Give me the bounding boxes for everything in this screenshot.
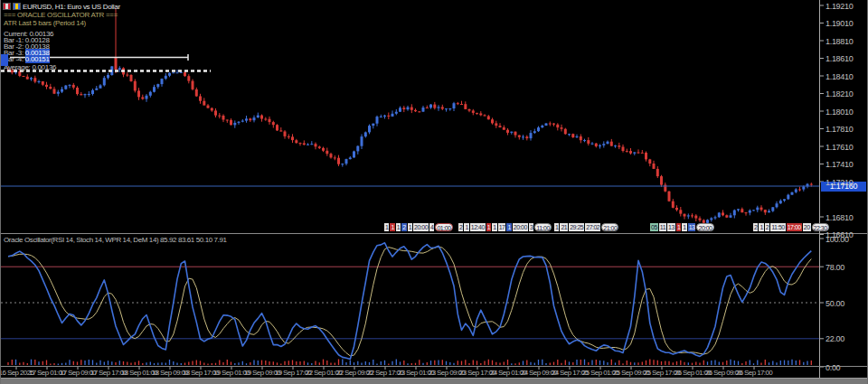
price-axis-label: 1.17410 [826, 160, 853, 169]
oscillator-axis-label: 22.00 [826, 334, 844, 343]
signal-badge-cluster: 21211:5017:002022:30 [753, 223, 829, 231]
signal-badge: 11:00 [534, 223, 552, 231]
signal-badge: 13 [667, 223, 675, 231]
price-axis-label: 1.17810 [826, 125, 853, 134]
indicator-subtitle: ATR Last 5 bars (Period 14) [4, 19, 86, 27]
red-chart-icon [3, 3, 11, 10]
price-axis-label: 1.18810 [826, 37, 853, 46]
atr-average-row: Average: 0.00136 [4, 63, 56, 71]
price-axis-label: 1.17610 [826, 143, 853, 152]
price-axis-label: 1.19010 [826, 19, 853, 28]
signal-badge: 2 [458, 223, 463, 231]
price-axis-label: 1.16810 [826, 213, 853, 222]
signal-badge: 1 [554, 223, 559, 231]
blue-chart-icon [13, 3, 21, 10]
signal-badge-cluster: 051113111320:00 [650, 223, 714, 231]
signal-badge: 1 [408, 223, 412, 231]
signal-badge-cluster: 1112120:00401:00 [384, 223, 453, 231]
price-axis-label: 1.18410 [826, 72, 853, 81]
signal-badge: 1 [676, 223, 681, 231]
signal-badge: 1 [682, 223, 686, 231]
signal-badge: 21:00 [601, 223, 618, 231]
signal-badge: 01:00 [435, 223, 452, 231]
signal-badge: 21 [560, 223, 568, 231]
signal-badge: 20:00 [696, 223, 713, 231]
time-axis[interactable]: 16 Sep 202517 Sep 01:0017 Sep 09:0017 Se… [1, 366, 868, 379]
signal-badge: 29:25 [569, 223, 584, 231]
atr-value-row: Bar -4: 0.00151 [4, 55, 50, 63]
signal-badge: 11 [659, 223, 666, 231]
signal-badge: 22:30 [812, 223, 829, 231]
symbol-title-line: EURUSD, H1: Euro vs US Dollar [3, 2, 120, 11]
signal-badge-cluster: 12129:2527:0221:00 [554, 223, 618, 231]
signal-badge: 17 [498, 223, 506, 231]
price-axis-label: 1.19210 [826, 2, 853, 11]
signal-badge-cluster: 2112:401117120:00311:00 [458, 223, 552, 231]
signal-badge: 17:00 [787, 223, 802, 231]
symbol-title: EURUSD, H1: Euro vs US Dollar [23, 3, 120, 11]
signal-badge: 20:00 [513, 223, 528, 231]
signal-badge: 1 [492, 223, 496, 231]
signal-badge: 12:40 [470, 223, 486, 231]
chart-canvas[interactable] [1, 0, 868, 378]
oscillator-axis-label: 78.00 [826, 263, 844, 272]
signal-badge: 3 [529, 223, 533, 231]
signal-badge: 1 [759, 223, 763, 231]
signal-badge: 2 [401, 223, 406, 231]
signal-badge: 1 [486, 223, 491, 231]
indicator-button[interactable] [1, 54, 8, 66]
time-axis-label: 26 Sep 17:00 [736, 369, 772, 377]
signal-badge: 11:50 [770, 223, 786, 231]
mt4-chart-window: EURUSD, H1: Euro vs US Dollar === ORACLE… [0, 0, 868, 384]
price-axis-label: 1.18010 [826, 108, 853, 117]
signal-badge: 1 [464, 223, 468, 231]
window-bottom-border [1, 378, 868, 384]
signal-badge: 1 [384, 223, 389, 231]
signal-badge: 1 [506, 223, 511, 231]
signal-badge: 13 [688, 223, 696, 231]
indicator-title: === ORACLE OSCILLATOR ATR === [4, 11, 118, 19]
signal-badge: 05 [650, 223, 658, 231]
signal-badge: 20:00 [413, 223, 429, 231]
oscillator-label: Oracle Oscillator(RSI 14, Stoch 14, WPR … [4, 236, 227, 244]
signal-badge: 2 [753, 223, 758, 231]
price-axis-label: 1.18610 [826, 54, 853, 63]
signal-badge: 27:02 [585, 223, 600, 231]
price-axis-label: 1.17210 [826, 178, 853, 187]
price-axis-label: 1.18210 [826, 89, 853, 98]
signal-badge: 1 [390, 223, 394, 231]
signal-badge: 20 [803, 223, 811, 231]
oscillator-axis-label: 50.00 [826, 299, 844, 308]
signal-badge: 1 [396, 223, 401, 231]
signal-badge: 2 [765, 223, 769, 231]
oscillator-axis-label: 100.00 [826, 235, 849, 244]
price-axis[interactable]: 1.17160 1.192101.190101.188101.186101.18… [819, 0, 868, 378]
signal-badge: 4 [429, 223, 434, 231]
